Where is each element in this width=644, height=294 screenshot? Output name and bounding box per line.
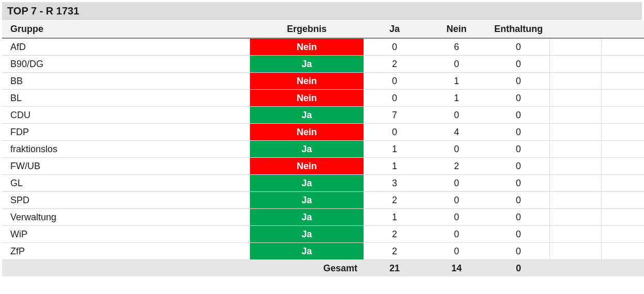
- cell-yes: 1: [364, 158, 426, 175]
- cell-total-abstain: 0: [488, 260, 549, 277]
- cell-extra: [549, 209, 601, 226]
- result-badge-nein: Nein: [250, 73, 364, 89]
- cell-extra: [601, 209, 644, 226]
- header-extra2: [601, 21, 644, 38]
- table-row: fraktionslosJa100: [2, 141, 644, 158]
- cell-extra: [601, 175, 644, 192]
- cell-group: WiP: [2, 226, 250, 243]
- cell-extra: [601, 260, 644, 277]
- cell-extra: [549, 73, 601, 90]
- cell-extra: [549, 90, 601, 107]
- cell-extra: [601, 243, 644, 260]
- cell-extra: [601, 90, 644, 107]
- cell-total-blank: [2, 260, 250, 277]
- cell-extra: [549, 124, 601, 141]
- cell-result: Ja: [250, 209, 364, 226]
- cell-extra: [549, 226, 601, 243]
- cell-no: 2: [426, 158, 488, 175]
- cell-extra: [601, 226, 644, 243]
- table-row: FW/UBNein120: [2, 158, 644, 175]
- result-badge-nein: Nein: [250, 158, 364, 174]
- cell-extra: [549, 38, 601, 56]
- cell-extra: [601, 107, 644, 124]
- cell-no: 4: [426, 124, 488, 141]
- total-row: Gesamt21140: [2, 260, 644, 277]
- result-badge-nein: Nein: [250, 39, 364, 55]
- cell-group: BL: [2, 90, 250, 107]
- result-badge-ja: Ja: [250, 209, 364, 225]
- cell-result: Nein: [250, 158, 364, 175]
- result-badge-ja: Ja: [250, 175, 364, 191]
- result-badge-ja: Ja: [250, 56, 364, 72]
- result-badge-nein: Nein: [250, 90, 364, 106]
- cell-extra: [601, 192, 644, 209]
- cell-yes: 0: [364, 124, 426, 141]
- cell-total-label: Gesamt: [250, 260, 364, 277]
- cell-group: CDU: [2, 107, 250, 124]
- table-row: BBNein010: [2, 73, 644, 90]
- table-row: CDUJa700: [2, 107, 644, 124]
- cell-abstain: 0: [488, 107, 549, 124]
- result-badge-ja: Ja: [250, 107, 364, 123]
- cell-no: 0: [426, 56, 488, 73]
- header-extra1: [549, 21, 601, 38]
- cell-yes: 2: [364, 226, 426, 243]
- cell-abstain: 0: [488, 56, 549, 73]
- cell-abstain: 0: [488, 192, 549, 209]
- header-no: Nein: [426, 21, 488, 38]
- cell-extra: [601, 38, 644, 56]
- cell-abstain: 0: [488, 243, 549, 260]
- cell-no: 1: [426, 73, 488, 90]
- table-row: WiPJa200: [2, 226, 644, 243]
- header-abstain: Enthaltung: [488, 21, 549, 38]
- cell-extra: [549, 158, 601, 175]
- page-title: TOP 7 - R 1731: [2, 2, 642, 21]
- cell-result: Nein: [250, 90, 364, 107]
- cell-result: Ja: [250, 192, 364, 209]
- cell-group: GL: [2, 175, 250, 192]
- table-row: ZfPJa200: [2, 243, 644, 260]
- cell-result: Ja: [250, 226, 364, 243]
- table-row: BLNein010: [2, 90, 644, 107]
- cell-total-no: 14: [426, 260, 488, 277]
- cell-no: 0: [426, 243, 488, 260]
- cell-no: 0: [426, 107, 488, 124]
- cell-yes: 2: [364, 192, 426, 209]
- cell-no: 1: [426, 90, 488, 107]
- result-badge-ja: Ja: [250, 226, 364, 242]
- cell-no: 0: [426, 192, 488, 209]
- cell-abstain: 0: [488, 141, 549, 158]
- cell-abstain: 0: [488, 209, 549, 226]
- cell-yes: 1: [364, 141, 426, 158]
- cell-group: AfD: [2, 38, 250, 56]
- table-row: FDPNein040: [2, 124, 644, 141]
- cell-result: Ja: [250, 141, 364, 158]
- result-badge-ja: Ja: [250, 243, 364, 259]
- header-result: Ergebnis: [250, 21, 364, 38]
- cell-result: Nein: [250, 38, 364, 56]
- cell-total-yes: 21: [364, 260, 426, 277]
- result-badge-nein: Nein: [250, 124, 364, 140]
- results-table: Gruppe Ergebnis Ja Nein Enthaltung AfDNe…: [2, 21, 644, 276]
- cell-yes: 3: [364, 175, 426, 192]
- cell-no: 6: [426, 38, 488, 56]
- cell-extra: [549, 107, 601, 124]
- cell-group: FDP: [2, 124, 250, 141]
- cell-abstain: 0: [488, 226, 549, 243]
- result-badge-ja: Ja: [250, 141, 364, 157]
- cell-group: ZfP: [2, 243, 250, 260]
- cell-group: Verwaltung: [2, 209, 250, 226]
- cell-yes: 0: [364, 90, 426, 107]
- cell-group: B90/DG: [2, 56, 250, 73]
- cell-no: 0: [426, 226, 488, 243]
- cell-abstain: 0: [488, 38, 549, 56]
- cell-extra: [549, 56, 601, 73]
- cell-abstain: 0: [488, 175, 549, 192]
- table-row: GLJa300: [2, 175, 644, 192]
- vote-result-panel: TOP 7 - R 1731 Gruppe Ergebnis Ja Nein E…: [2, 2, 642, 276]
- cell-abstain: 0: [488, 90, 549, 107]
- cell-result: Ja: [250, 56, 364, 73]
- cell-extra: [601, 141, 644, 158]
- header-row: Gruppe Ergebnis Ja Nein Enthaltung: [2, 21, 644, 38]
- cell-abstain: 0: [488, 158, 549, 175]
